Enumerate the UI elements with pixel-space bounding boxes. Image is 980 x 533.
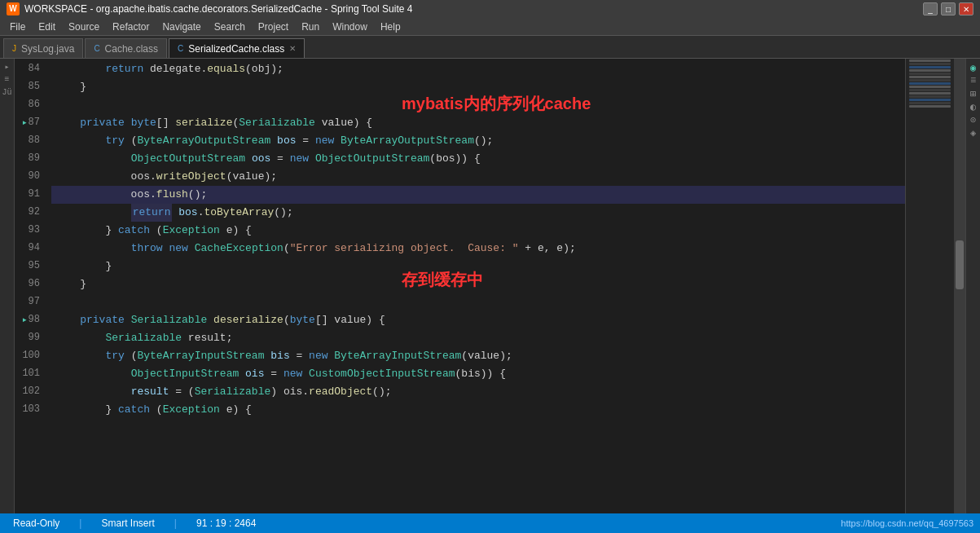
code-line-85: } [51, 78, 905, 96]
left-gutter: ▸ ≡ Jü [0, 59, 15, 513]
menu-bar: File Edit Source Refactor Navigate Searc… [0, 18, 980, 36]
minimap-line-4 [909, 69, 951, 72]
code-line-93: } catch (Exception e) { [51, 222, 905, 240]
status-bar: Read-Only | Smart Insert | 91 : 19 : 246… [0, 513, 980, 533]
linenum-85: 85 [15, 78, 45, 96]
code-line-88: try (ByteArrayOutputStream bos = new Byt… [51, 132, 905, 150]
tab-syslog-label: SysLog.java [21, 43, 74, 55]
tab-bar: J SysLog.java C Cache.class C Serialized… [0, 36, 980, 59]
title-bar: W WORKSPACE - org.apache.ibatis.cache.de… [0, 0, 980, 18]
linenum-97: 97 [15, 293, 45, 311]
code-line-86 [51, 96, 905, 114]
status-smart-insert: Smart Insert [94, 518, 160, 529]
right-icon-4[interactable]: ◐ [968, 101, 979, 112]
code-line-101: ObjectInputStream ois = new CustomObject… [51, 365, 905, 383]
minimap-line-12 [909, 95, 951, 98]
minimize-button[interactable]: _ [923, 2, 938, 15]
code-line-92: return bos.toByteArray(); [51, 204, 905, 222]
code-line-100: try (ByteArrayInputStream bis = new Byte… [51, 347, 905, 365]
scroll-area[interactable] [954, 59, 965, 513]
linenum-84: 84 [15, 60, 45, 78]
code-line-99: Serializable result; [51, 329, 905, 347]
status-sep-1: | [79, 518, 81, 529]
status-readonly: Read-Only [7, 518, 66, 529]
menu-run[interactable]: Run [295, 18, 326, 36]
minimap-line-2 [909, 63, 951, 65]
minimap-line-14 [909, 102, 951, 104]
menu-project[interactable]: Project [252, 18, 295, 36]
menu-window[interactable]: Window [326, 18, 374, 36]
linenum-102: 102 [15, 383, 45, 401]
close-button[interactable]: ✕ [959, 2, 973, 15]
gutter-icon-3: Jü [2, 88, 13, 99]
tab-cache[interactable]: C Cache.class [85, 38, 167, 58]
minimap-line-7 [909, 79, 951, 81]
code-line-89: ObjectOutputStream oos = new ObjectOutpu… [51, 150, 905, 168]
code-line-91: oos.flush(); [51, 186, 905, 204]
right-sidebar: ◉ ≡ ⊞ ◐ ⊙ ◈ [965, 59, 980, 513]
menu-edit[interactable]: Edit [32, 18, 62, 36]
linenum-100: 100 [15, 347, 45, 365]
menu-help[interactable]: Help [374, 18, 407, 36]
linenum-89: 89 [15, 150, 45, 168]
minimap-line-11 [909, 92, 951, 95]
code-line-87: private byte[] serialize(Serializable va… [51, 114, 905, 132]
minimap-line-6 [909, 76, 951, 78]
menu-file[interactable]: File [3, 18, 32, 36]
editor-area[interactable]: 84 85 86 87 88 89 90 91 92 93 94 95 96 9… [15, 59, 980, 513]
scroll-thumb[interactable] [956, 240, 964, 289]
tab-close-icon[interactable]: ✕ [289, 44, 296, 53]
status-sep-2: | [174, 518, 177, 529]
code-content[interactable]: mybatis内的序列化cache 存到缓存中 return delegate.… [51, 59, 905, 513]
minimap-line-15 [909, 105, 951, 108]
tab-syslog[interactable]: J SysLog.java [3, 38, 83, 58]
status-url: https://blog.csdn.net/qq_4697563 [841, 518, 973, 528]
linenum-96: 96 [15, 275, 45, 293]
gutter-icon-2: ≡ [2, 75, 13, 86]
maximize-button[interactable]: □ [941, 2, 956, 15]
code-line-98: private Serializable deserialize(byte[] … [51, 311, 905, 329]
linenum-91: 91 [15, 186, 45, 204]
line-numbers: 84 85 86 87 88 89 90 91 92 93 94 95 96 9… [15, 59, 51, 513]
code-line-84: return delegate.equals(obj); [51, 60, 905, 78]
linenum-99: 99 [15, 329, 45, 347]
right-icon-5[interactable]: ⊙ [968, 114, 979, 126]
linenum-95: 95 [15, 258, 45, 275]
menu-source[interactable]: Source [62, 18, 106, 36]
window-controls: _ □ ✕ [923, 2, 973, 15]
linenum-101: 101 [15, 365, 45, 383]
linenum-87: 87 [15, 114, 45, 132]
right-icon-1[interactable]: ◉ [968, 62, 979, 73]
code-line-95: } [51, 258, 905, 275]
gutter-icon-1: ▸ [2, 62, 13, 73]
menu-navigate[interactable]: Navigate [156, 18, 207, 36]
menu-search[interactable]: Search [208, 18, 252, 36]
code-line-103: } catch (Exception e) { [51, 401, 905, 419]
minimap-line-9 [909, 86, 951, 88]
minimap-line-10 [909, 89, 951, 91]
tab-serializedcache-icon: C [178, 44, 183, 53]
code-line-90: oos.writeObject(value); [51, 168, 905, 186]
right-icon-6[interactable]: ◈ [968, 127, 979, 139]
right-icon-3[interactable]: ⊞ [968, 88, 979, 99]
minimap [905, 59, 954, 513]
minimap-line-1 [909, 59, 951, 62]
linenum-86: 86 [15, 96, 45, 114]
right-icon-2[interactable]: ≡ [968, 75, 979, 86]
tab-serializedcache[interactable]: C SerializedCache.class ✕ [169, 38, 305, 58]
menu-refactor[interactable]: Refactor [106, 18, 156, 36]
code-line-96: } [51, 275, 905, 293]
tab-cache-icon: C [94, 44, 99, 53]
minimap-line-5 [909, 73, 951, 75]
app-icon: W [7, 2, 20, 15]
minimap-line-3 [909, 66, 951, 68]
tab-serializedcache-label: SerializedCache.class [188, 43, 284, 55]
code-line-97 [51, 293, 905, 311]
tab-syslog-icon: J [12, 44, 16, 53]
tab-cache-label: Cache.class [105, 43, 158, 55]
minimap-line-13 [909, 99, 951, 101]
code-line-94: throw new CacheException("Error serializ… [51, 240, 905, 258]
linenum-98: 98 [15, 311, 45, 329]
linenum-92: 92 [15, 204, 45, 222]
window-title: WORKSPACE - org.apache.ibatis.cache.deco… [24, 3, 923, 15]
